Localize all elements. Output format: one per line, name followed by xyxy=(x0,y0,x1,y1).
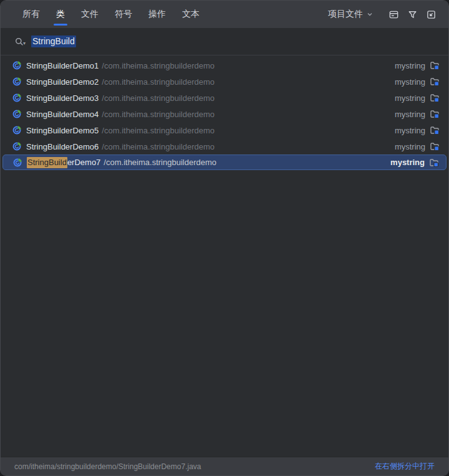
module-name: mystring xyxy=(395,110,425,119)
chevron-down-icon xyxy=(366,11,374,18)
scope-selector[interactable]: 项目文件 xyxy=(324,7,377,22)
package-path: /com.itheima.stringbuilderdemo xyxy=(102,142,215,151)
module-icon xyxy=(430,93,440,103)
module-icon xyxy=(430,60,440,70)
search-match-highlight: StringBuild xyxy=(27,157,67,168)
module-icon xyxy=(430,141,440,151)
class-icon xyxy=(12,141,22,151)
result-row[interactable]: StringBuilderDemo4 /com.itheima.stringbu… xyxy=(1,106,448,122)
header-tab-bar: 所有 类 文件 符号 操作 文本 项目文件 xyxy=(1,1,448,28)
search-input[interactable]: ▾ StringBuild xyxy=(1,28,448,55)
class-icon xyxy=(12,109,22,119)
module-icon xyxy=(429,158,439,168)
selected-file-path: com/itheima/stringbuilderdemo/StringBuil… xyxy=(14,462,375,471)
package-path: /com.itheima.stringbuilderdemo xyxy=(102,126,215,135)
search-query-text: StringBuild xyxy=(31,36,76,47)
module-name: mystring xyxy=(395,93,425,103)
package-path: /com.itheima.stringbuilderdemo xyxy=(102,61,215,70)
tab-all[interactable]: 所有 xyxy=(14,1,48,28)
tab-symbols[interactable]: 符号 xyxy=(107,1,140,28)
class-icon xyxy=(12,158,22,168)
tab-files[interactable]: 文件 xyxy=(73,1,107,28)
result-row[interactable]: StringBuilderDemo3 /com.itheima.stringbu… xyxy=(1,90,448,106)
module-name: mystring xyxy=(395,61,425,70)
package-path: /com.itheima.stringbuilderdemo xyxy=(102,77,215,87)
package-path: /com.itheima.stringbuilderdemo xyxy=(102,110,215,119)
class-name: StringBuilderDemo6 xyxy=(26,142,99,151)
package-path: /com.itheima.stringbuilderdemo xyxy=(102,93,215,103)
class-name: StringBuilderDemo4 xyxy=(26,110,99,119)
tab-text[interactable]: 文本 xyxy=(174,1,208,28)
class-name: StringBuilderDemo1 xyxy=(26,61,99,70)
module-name: mystring xyxy=(395,77,425,87)
result-row[interactable]: StringBuilderDemo1 /com.itheima.stringbu… xyxy=(1,57,448,74)
result-row-selected[interactable]: StringBuilderDemo7 /com.itheima.stringbu… xyxy=(2,155,447,170)
module-icon xyxy=(430,77,440,87)
result-row[interactable]: StringBuilderDemo5 /com.itheima.stringbu… xyxy=(1,122,448,138)
class-name: StringBuilderDemo3 xyxy=(26,93,99,103)
package-path: /com.itheima.stringbuilderdemo xyxy=(104,158,216,167)
module-name: mystring xyxy=(390,158,425,167)
module-name: mystring xyxy=(395,126,425,135)
class-name: StringBuilderDemo5 xyxy=(26,126,99,135)
tab-actions[interactable]: 操作 xyxy=(140,1,174,28)
module-icon xyxy=(430,109,440,119)
class-name: erDemo7 xyxy=(67,158,100,167)
open-in-right-split-link[interactable]: 在右侧拆分中打开 xyxy=(375,461,435,472)
class-name: StringBuilderDemo2 xyxy=(26,77,99,87)
footer-status-bar: com/itheima/stringbuilderdemo/StringBuil… xyxy=(1,457,448,475)
header-right-controls: 项目文件 xyxy=(324,7,438,22)
preview-icon[interactable] xyxy=(386,7,401,22)
class-icon xyxy=(12,93,22,103)
class-icon xyxy=(12,125,22,135)
search-icon: ▾ xyxy=(14,37,26,47)
results-list: StringBuilderDemo1 /com.itheima.stringbu… xyxy=(1,55,448,170)
scope-label: 项目文件 xyxy=(328,9,363,20)
class-icon xyxy=(12,60,22,70)
tab-classes[interactable]: 类 xyxy=(48,1,73,28)
class-icon xyxy=(12,77,22,87)
result-row[interactable]: StringBuilderDemo2 /com.itheima.stringbu… xyxy=(1,74,448,90)
module-icon xyxy=(430,125,440,135)
open-in-find-window-icon[interactable] xyxy=(423,7,438,22)
filter-icon[interactable] xyxy=(405,7,420,22)
module-name: mystring xyxy=(395,142,425,151)
search-everywhere-dialog: 所有 类 文件 符号 操作 文本 项目文件 xyxy=(0,0,449,476)
search-options-arrow-icon[interactable]: ▾ xyxy=(23,40,26,47)
result-row[interactable]: StringBuilderDemo6 /com.itheima.stringbu… xyxy=(1,138,448,155)
